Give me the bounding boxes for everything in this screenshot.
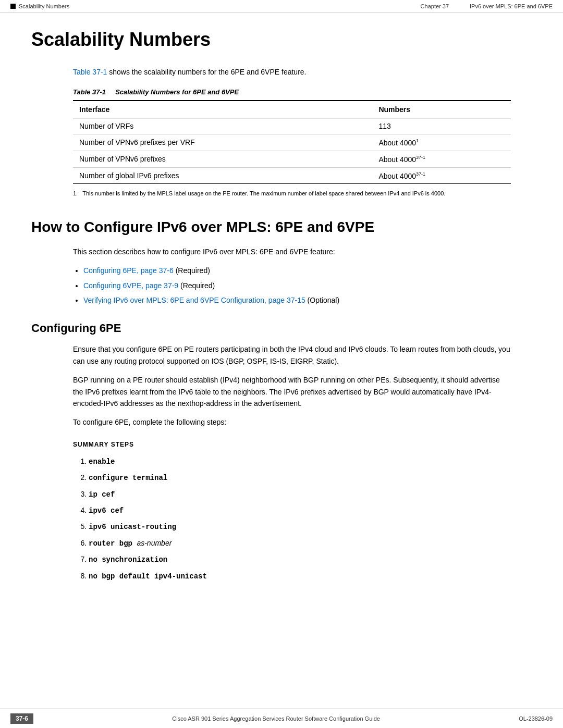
header-chapter: Chapter 37 [421,3,449,9]
step-7: no synchronization [89,553,532,565]
link-6vpe[interactable]: Configuring 6VPE, page 37-9 [83,281,178,290]
section2-bullet-list: Configuring 6PE, page 37-6 (Required) Co… [31,265,532,306]
table-caption-title: Scalability Numbers for 6PE and 6VPE [115,88,239,96]
table-row: Number of VRFs 113 [73,118,511,134]
page-footer: 37-6 Cisco ASR 901 Series Aggregation Se… [0,709,563,728]
table-ref-link[interactable]: Table 37-1 [73,68,107,76]
step-4: ipv6 cef [89,504,532,516]
table-row: Number of global IPv6 prefixes About 400… [73,167,511,184]
list-item: Verifying IPv6 over MPLS: 6PE and 6VPE C… [83,294,532,306]
list-item: Configuring 6VPE, page 37-9 (Required) [83,280,532,291]
scalability-table: Interface Numbers Number of VRFs 113 Num… [73,100,511,184]
table-cell-numbers: About 40001 [372,134,511,151]
footnote-sup-37-1b: 37-1 [416,171,425,177]
bullet-suffix: (Required) [180,281,215,290]
table-cell-numbers: About 400037-1 [372,167,511,184]
table-cell-numbers: 113 [372,118,511,134]
header-right: Chapter 37 IPv6 over MPLS: 6PE and 6VPE [421,3,553,9]
footnote-sup-1: 1 [416,138,419,143]
header-section-title: IPv6 over MPLS: 6PE and 6VPE [470,3,553,9]
step-6: router bgp as-number [89,537,532,549]
summary-steps-heading: SUMMARY STEPS [31,441,532,448]
page-number: 37-6 [10,713,33,724]
step-6-italic: as-number [137,539,172,547]
step-5-code: ipv6 unicast-routing [89,523,176,531]
footnote-sup-37-1a: 37-1 [416,155,425,160]
step-7-code: no synchronization [89,556,167,564]
step-1: enable [89,455,532,467]
page-title: Scalability Numbers [31,29,532,51]
step-6-code: router bgp [89,539,137,548]
header-bar: Scalability Numbers Chapter 37 IPv6 over… [0,0,563,13]
link-verifying[interactable]: Verifying IPv6 over MPLS: 6PE and 6VPE C… [83,296,305,304]
steps-list: enable configure terminal ip cef ipv6 ce… [31,455,532,582]
footer-right-text: OL-23826-09 [519,715,553,722]
table-header-row: Interface Numbers [73,101,511,118]
intro-text-remainder: shows the scalability numbers for the 6P… [109,68,306,76]
table-row: Number of VPNv6 prefixes About 400037-1 [73,151,511,168]
main-content: Scalability Numbers Table 37-1 shows the… [0,13,563,622]
header-square-icon [10,4,16,9]
step-2-code: configure terminal [89,474,167,482]
step-1-code: enable [89,458,115,466]
link-6pe[interactable]: Configuring 6PE, page 37-6 [83,266,174,275]
subsection-para2: BGP running on a PE router should establ… [31,374,532,409]
bullet-suffix: (Optional) [308,296,339,304]
table-row: Number of VPNv6 prefixes per VRF About 4… [73,134,511,151]
table-cell-interface: Number of VPNv6 prefixes [73,151,372,168]
header-left: Scalability Numbers [10,3,69,9]
table-caption-number: Table 37-1 [73,88,106,96]
step-5: ipv6 unicast-routing [89,521,532,533]
step-2: configure terminal [89,472,532,484]
step-8-code: no bgp default ipv4-unicast [89,572,207,581]
subsection-para1: Ensure that you configure 6PE on PE rout… [31,343,532,367]
table-caption: Table 37-1 Scalability Numbers for 6PE a… [31,88,532,96]
section2-title: How to Configure IPv6 over MPLS: 6PE and… [31,219,532,236]
table-cell-interface: Number of global IPv6 prefixes [73,167,372,184]
step-3-code: ip cef [89,490,115,499]
bullet-suffix: (Required) [176,266,210,275]
footer-center-text: Cisco ASR 901 Series Aggregation Service… [33,715,519,722]
subsection-title: Configuring 6PE [31,322,532,335]
footnote-number: 1. [73,190,78,196]
header-section-label: Scalability Numbers [19,3,69,9]
table-cell-interface: Number of VPNv6 prefixes per VRF [73,134,372,151]
footnote-text: This number is limited by the MPLS label… [82,190,445,196]
table-footnote: 1. This number is limited by the MPLS la… [31,189,532,198]
table-cell-numbers: About 400037-1 [372,151,511,168]
step-3: ip cef [89,488,532,500]
subsection-para3: To configure 6PE, complete the following… [31,416,532,428]
section2-intro: This section describes how to configure … [31,246,532,257]
step-8: no bgp default ipv4-unicast [89,570,532,582]
col-header-numbers: Numbers [372,101,511,118]
col-header-interface: Interface [73,101,372,118]
table-cell-interface: Number of VRFs [73,118,372,134]
list-item: Configuring 6PE, page 37-6 (Required) [83,265,532,276]
intro-paragraph: Table 37-1 shows the scalability numbers… [31,66,532,78]
step-4-code: ipv6 cef [89,507,124,515]
